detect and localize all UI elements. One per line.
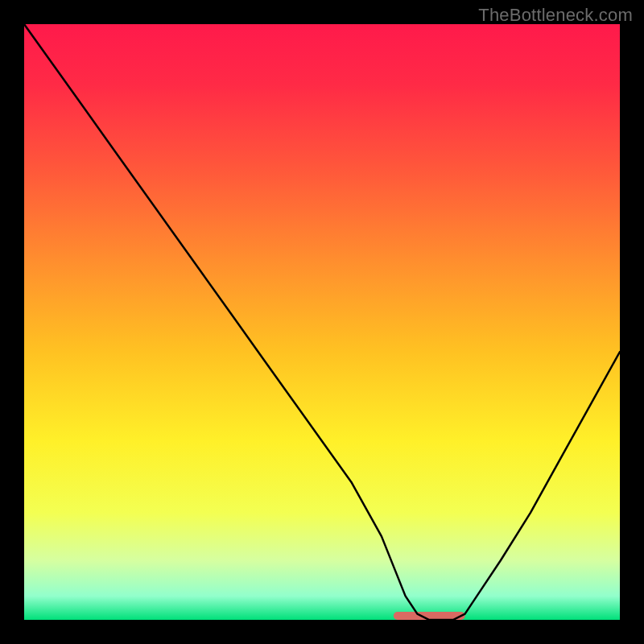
chart-frame: TheBottleneck.com (0, 0, 644, 644)
chart-svg (24, 24, 620, 620)
gradient-background (24, 24, 620, 620)
plot-area (24, 24, 620, 620)
watermark-text: TheBottleneck.com (478, 5, 633, 26)
